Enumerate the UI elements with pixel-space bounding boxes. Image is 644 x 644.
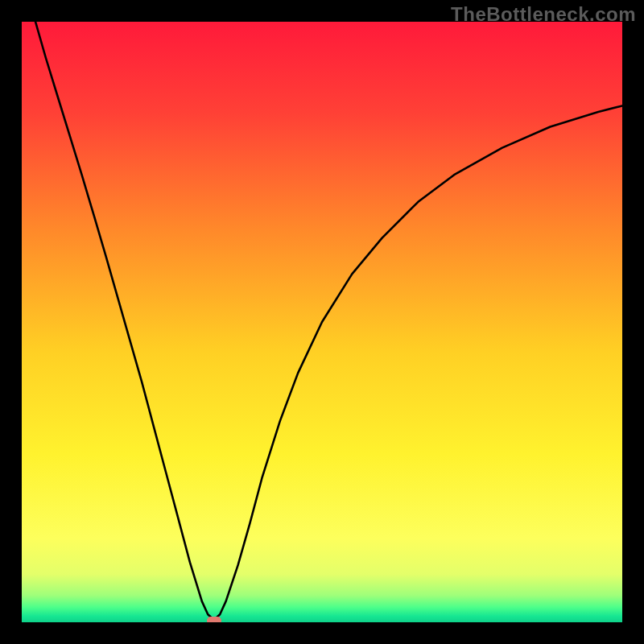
bottleneck-curve — [22, 22, 622, 620]
optimal-point — [207, 617, 221, 622]
curve-layer — [22, 22, 622, 622]
plot-area — [22, 22, 622, 622]
chart-frame: TheBottleneck.com — [0, 0, 644, 644]
watermark-text: TheBottleneck.com — [451, 3, 636, 26]
